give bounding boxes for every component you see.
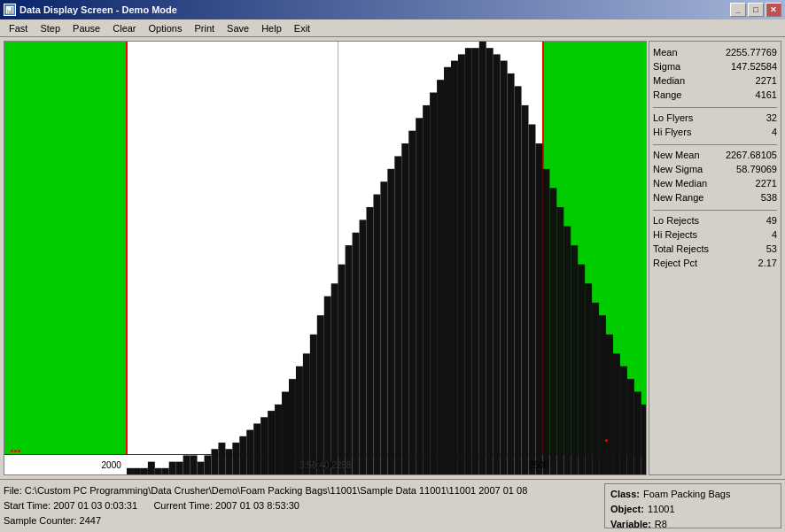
object-value: 11001 [648,502,675,517]
lo-flyers-value: 32 [766,111,777,125]
menu-item-help[interactable]: Help [256,21,287,35]
stats-range-row: Range 4161 [653,88,777,102]
lo-flyers-label: Lo Flyers [653,111,693,125]
menu-item-options[interactable]: Options [144,21,188,35]
lo-flyers-row: Lo Flyers 32 [653,111,777,125]
reject-dot [11,450,13,452]
chart-green-left [4,42,127,455]
start-time-value: 2007 01 03 0:03:31 [53,500,137,511]
svg-rect-49 [471,48,478,474]
reject-pct-row: Reject Pct 2.17 [653,256,777,270]
svg-rect-31 [345,245,352,474]
lo-rejects-label: Lo Rejects [653,213,699,227]
svg-rect-46 [451,61,458,474]
new-mean-row: New Mean 2267.68105 [653,148,777,162]
divider-2 [653,144,777,145]
svg-rect-61 [556,207,563,474]
hi-rejects-row: Hi Rejects 4 [653,227,777,242]
histogram-svg [127,42,647,474]
timestamp-label: 3:56:40 2258 [299,460,351,470]
total-rejects-row: Total Rejects 53 [653,242,777,256]
stats-group-1: Mean 2255.77769 Sigma 147.52584 Median 2… [653,45,777,102]
variable-value: R8 [655,517,667,532]
new-median-value: 2271 [756,176,777,190]
class-label: Class: [610,487,640,502]
svg-rect-64 [578,265,585,474]
variable-row: Variable: R8 [610,517,775,532]
stats-group-4: Lo Rejects 49 Hi Rejects 4 Total Rejects… [653,213,777,270]
svg-rect-34 [366,207,373,474]
menu-item-step[interactable]: Step [35,21,66,35]
stats-median-row: Median 2271 [653,73,777,88]
new-median-label: New Median [653,176,707,190]
title-bar: 📊 Data Display Screen - Demo Mode _ □ ✕ [0,0,785,19]
sigma-label: Sigma [653,59,680,73]
class-row: Class: Foam Packing Bags [610,487,775,502]
hi-flyers-value: 4 [772,125,777,139]
svg-rect-70 [619,366,626,474]
menu-item-exit[interactable]: Exit [289,21,315,35]
main-content: 2000 2250 2500 3:56:40 2258 Mean 2255.77… [0,37,785,479]
svg-rect-42 [423,105,430,474]
divider-1 [653,107,777,108]
total-rejects-label: Total Rejects [653,242,709,256]
menu-item-save[interactable]: Save [222,21,254,35]
svg-rect-52 [493,54,500,474]
time-row: Start Time: 2007 01 03 0:03:31 Current T… [4,498,601,513]
stats-group-2: Lo Flyers 32 Hi Flyers 4 [653,111,777,139]
reject-pct-value: 2.17 [758,256,777,270]
menu-item-clear[interactable]: Clear [107,21,141,35]
svg-rect-48 [464,48,471,474]
menu-item-pause[interactable]: Pause [67,21,105,35]
new-range-row: New Range 538 [653,190,777,204]
svg-rect-60 [549,188,556,474]
stats-panel: Mean 2255.77769 Sigma 147.52584 Median 2… [649,41,781,475]
hi-reject-area [605,439,614,448]
variable-label: Variable: [610,517,651,532]
maximize-button[interactable]: □ [748,3,764,17]
divider-3 [653,210,777,211]
current-time-value: 2007 01 03 8:53:30 [215,500,299,511]
x-label-2500: 2500 [529,460,548,470]
svg-rect-44 [437,80,444,474]
svg-rect-65 [585,283,592,474]
file-path: File: C:\Custom PC Programming\Data Crus… [4,483,601,498]
sigma-value: 147.52584 [731,59,777,73]
svg-rect-69 [613,353,620,474]
close-button[interactable]: ✕ [766,3,781,17]
hi-rejects-label: Hi Rejects [653,227,697,242]
svg-rect-39 [401,143,408,474]
menu-item-print[interactable]: Print [189,21,220,35]
current-time-label: Current Time: [153,500,213,511]
range-value: 4161 [756,88,777,102]
range-label: Range [653,88,681,102]
new-mean-label: New Mean [653,148,700,162]
window-title: Data Display Screen - Demo Mode [19,4,177,15]
hi-rejects-value: 4 [772,227,777,242]
chart-area: 2000 2250 2500 3:56:40 2258 [4,41,647,475]
object-label: Object: [610,502,644,517]
stats-mean-row: Mean 2255.77769 [653,45,777,59]
new-sigma-row: New Sigma 58.79069 [653,162,777,176]
svg-rect-27 [316,315,323,474]
minimize-button[interactable]: _ [730,3,746,17]
median-label: Median [653,73,685,88]
svg-rect-53 [500,61,507,474]
menu-item-fast[interactable]: Fast [4,21,33,35]
start-time-label: Start Time: [4,500,51,511]
svg-rect-51 [486,48,493,474]
stats-sigma-row: Sigma 147.52584 [653,59,777,73]
lo-rejects-value: 49 [766,213,777,227]
object-row: Object: 11001 [610,502,775,517]
reject-pct-label: Reject Pct [653,256,697,270]
reject-dot [14,450,17,452]
stats-group-3: New Mean 2267.68105 New Sigma 58.79069 N… [653,148,777,204]
svg-rect-68 [606,335,613,474]
lo-reject-dots [11,436,126,454]
reject-dot [605,439,608,442]
svg-rect-58 [535,143,542,474]
svg-rect-38 [394,156,401,474]
new-sigma-label: New Sigma [653,162,703,176]
svg-rect-66 [592,303,599,474]
svg-rect-59 [542,169,549,474]
